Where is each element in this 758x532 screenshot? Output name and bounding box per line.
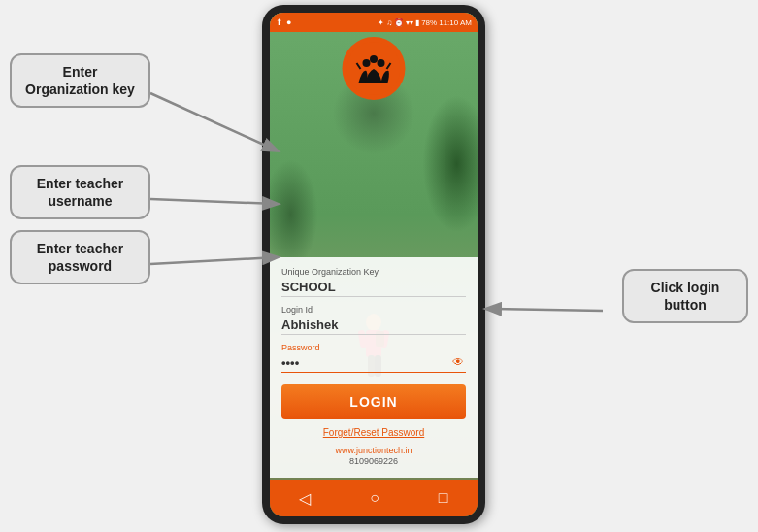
login-id-label: Login Id <box>281 305 466 315</box>
website-url[interactable]: www.junctiontech.in <box>281 446 466 455</box>
status-bar: ⬆ ● ✦ ♫ ⏰ ▾▾ ▮ 78% 11:10 AM <box>270 13 478 32</box>
callout-username-text: Enter teacherusername <box>37 176 123 209</box>
login-form: Unique Organization Key Login Id Passwor… <box>270 257 478 478</box>
alarm-icon: ⏰ <box>394 18 404 27</box>
home-nav-icon[interactable]: ○ <box>370 489 379 507</box>
phone-outer: ⬆ ● ✦ ♫ ⏰ ▾▾ ▮ 78% 11:10 AM <box>262 5 485 524</box>
forgot-password-link[interactable]: Forget/Reset Password <box>281 427 466 438</box>
battery-percent: 78% <box>421 18 437 27</box>
upload-icon: ⬆ <box>276 17 283 27</box>
signal-icon: ▾▾ <box>406 18 413 27</box>
svg-line-2 <box>150 199 277 204</box>
status-right-icons: ✦ ♫ ⏰ ▾▾ ▮ 78% 11:10 AM <box>378 18 472 27</box>
phone-mockup: ⬆ ● ✦ ♫ ⏰ ▾▾ ▮ 78% 11:10 AM <box>262 5 485 524</box>
callout-login-text: Click loginbutton <box>651 280 720 313</box>
nav-bar: ◁ ○ □ <box>270 480 478 516</box>
callout-login: Click loginbutton <box>622 269 748 323</box>
bluetooth-icon: ✦ <box>378 18 384 27</box>
phone-number: 8109069226 <box>281 456 466 466</box>
callout-password: Enter teacherpassword <box>10 230 150 284</box>
password-row: 👁 <box>281 353 466 381</box>
status-left-icons: ⬆ ● <box>276 17 291 27</box>
svg-point-13 <box>363 59 371 67</box>
callout-org-key: EnterOrganization key <box>10 53 150 108</box>
org-key-label: Unique Organization Key <box>281 267 466 277</box>
svg-line-3 <box>150 257 277 264</box>
svg-line-1 <box>150 93 277 150</box>
svg-point-14 <box>370 55 378 63</box>
time-display: 11:10 AM <box>439 18 472 27</box>
recent-nav-icon[interactable]: □ <box>439 489 448 507</box>
eye-toggle-icon[interactable]: 👁 <box>452 355 464 369</box>
login-button[interactable]: LOGIN <box>281 384 466 419</box>
music-icon: ♫ <box>386 18 392 27</box>
callout-password-text: Enter teacherpassword <box>37 241 123 274</box>
login-id-input[interactable] <box>281 316 466 335</box>
callout-org-key-text: EnterOrganization key <box>25 64 135 97</box>
password-input[interactable] <box>281 353 466 373</box>
svg-line-4 <box>487 309 603 311</box>
org-key-input[interactable] <box>281 278 466 297</box>
dot-icon: ● <box>286 17 291 27</box>
password-label: Password <box>281 343 466 352</box>
svg-point-12 <box>347 42 401 95</box>
back-nav-icon[interactable]: ◁ <box>299 489 311 508</box>
callout-username: Enter teacherusername <box>10 165 150 219</box>
battery-icon: ▮ <box>415 18 419 27</box>
phone-screen: ⬆ ● ✦ ♫ ⏰ ▾▾ ▮ 78% 11:10 AM <box>270 13 478 516</box>
app-logo <box>343 37 406 100</box>
svg-point-15 <box>378 59 385 67</box>
logo-svg <box>347 42 401 95</box>
